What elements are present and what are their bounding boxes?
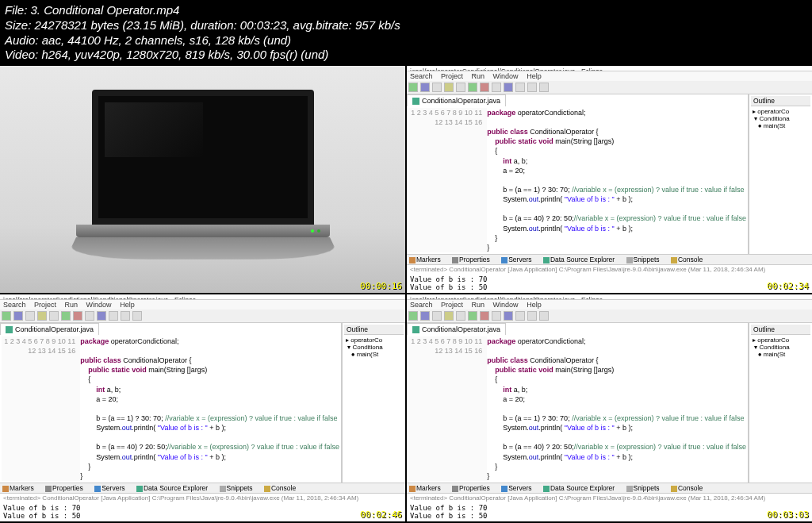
window-title: ional/src/operatorCondictional/Condition… [407, 66, 812, 71]
size-line: Size: 24278321 bytes (23.15 MiB), durati… [5, 18, 807, 33]
editor-tab[interactable]: ConditionalOperator.java [407, 323, 506, 335]
console-output: Value of b is : 70 Value of b is : 50 [0, 502, 405, 521]
editor-area[interactable]: ConditionalOperator.java 1 2 3 4 5 6 7 8… [0, 323, 342, 483]
menu-help[interactable]: Help [527, 72, 542, 80]
outline-title: Outline [751, 325, 810, 335]
menu-help[interactable]: Help [120, 301, 135, 309]
eclipse-ide: ional/src/operatorCondictional/Condition… [0, 294, 405, 521]
menu-run[interactable]: Run [65, 301, 79, 309]
file-info-header: File: 3. Conditional Operator.mp4 Size: … [0, 0, 812, 66]
thumbnail-grid: 00:00:16 ional/src/operatorCondictional/… [0, 66, 812, 521]
editor-area[interactable]: ConditionalOperator.java 1 2 3 4 5 6 7 8… [407, 323, 749, 483]
audio-line: Audio: aac, 44100 Hz, 2 channels, s16, 1… [5, 33, 807, 48]
menu-search[interactable]: Search [410, 72, 433, 80]
thumbnail-3: ional/src/operatorCondictional/Condition… [0, 294, 405, 521]
toolbar[interactable] [0, 310, 405, 323]
editor-tab[interactable]: ConditionalOperator.java [407, 94, 506, 106]
console-area[interactable]: Markers Properties Servers Data Source E… [407, 254, 812, 293]
console-tabs: Markers Properties Servers Data Source E… [407, 255, 812, 265]
menu-run[interactable]: Run [472, 72, 485, 80]
outline-view[interactable]: Outline ▸ operatorCo ▾ Conditiona ● main… [342, 323, 405, 483]
menu-search[interactable]: Search [3, 301, 26, 309]
menu-window[interactable]: Window [493, 72, 519, 80]
menu-project[interactable]: Project [34, 301, 56, 309]
outline-title: Outline [344, 325, 404, 335]
console-process-info: <terminated> ConditionalOperator [Java A… [407, 265, 812, 274]
toolbar[interactable] [407, 81, 812, 94]
window-title: ional/src/operatorCondictional/Condition… [407, 294, 812, 300]
code-content[interactable]: package operatorCondictional; public cla… [487, 108, 746, 252]
outline-view[interactable]: Outline ▸ operatorCo ▾ Conditiona ● main… [749, 323, 812, 483]
timestamp: 00:00:16 [360, 281, 402, 291]
console-output: Value of b is : 70 Value of b is : 50 [407, 502, 812, 521]
timestamp: 00:02:34 [767, 281, 809, 291]
thumbnail-4: ional/src/operatorCondictional/Condition… [407, 294, 812, 521]
console-process-info: <terminated> ConditionalOperator [Java A… [0, 494, 405, 502]
timestamp: 00:03:03 [767, 510, 809, 520]
editor-area[interactable]: ConditionalOperator.java 1 2 3 4 5 6 7 8… [407, 94, 749, 254]
line-gutter: 1 2 3 4 5 6 7 8 9 10 11 12 13 14 15 16 [2, 336, 80, 481]
console-area[interactable]: Markers Properties Servers Data Source E… [0, 483, 405, 521]
console-output: Value of b is : 70 Value of b is : 50 [407, 274, 812, 293]
timestamp: 00:02:46 [360, 510, 402, 520]
laptop-graphic [76, 90, 330, 269]
window-title: ional/src/operatorCondictional/Condition… [0, 294, 405, 300]
eclipse-ide: ional/src/operatorCondictional/Condition… [407, 66, 812, 293]
menu-search[interactable]: Search [410, 301, 433, 309]
line-gutter: 1 2 3 4 5 6 7 8 9 10 11 12 13 14 15 16 [408, 108, 487, 252]
console-tabs: Markers Properties Servers Data Source E… [0, 483, 405, 494]
menubar[interactable]: Search Project Run Window Help [407, 300, 812, 310]
menubar[interactable]: Search Project Run Window Help [0, 300, 405, 310]
menu-window[interactable]: Window [493, 301, 519, 309]
video-line: Video: h264, yuv420p, 1280x720, 819 kb/s… [5, 48, 807, 63]
thumbnail-2: ional/src/operatorCondictional/Condition… [407, 66, 812, 293]
thumbnail-1: 00:00:16 [0, 66, 405, 293]
line-gutter: 1 2 3 4 5 6 7 8 9 10 11 12 13 14 15 16 [408, 336, 487, 481]
outline-view[interactable]: Outline ▸ operatorCo ▾ Conditiona ● main… [749, 94, 812, 254]
outline-title: Outline [751, 96, 810, 106]
console-area[interactable]: Markers Properties Servers Data Source E… [407, 483, 812, 521]
menubar[interactable]: Search Project Run Window Help [407, 71, 812, 81]
menu-window[interactable]: Window [86, 301, 112, 309]
menu-run[interactable]: Run [472, 301, 485, 309]
code-content[interactable]: package operatorCondictional; public cla… [487, 336, 746, 481]
console-tabs: Markers Properties Servers Data Source E… [407, 483, 812, 494]
menu-project[interactable]: Project [441, 72, 463, 80]
code-content[interactable]: package operatorCondictional; public cla… [80, 336, 339, 481]
console-process-info: <terminated> ConditionalOperator [Java A… [407, 494, 812, 502]
file-line: File: 3. Conditional Operator.mp4 [5, 3, 807, 18]
menu-project[interactable]: Project [441, 301, 463, 309]
menu-help[interactable]: Help [527, 301, 542, 309]
editor-tab[interactable]: ConditionalOperator.java [0, 323, 99, 335]
toolbar[interactable] [407, 310, 812, 323]
eclipse-ide: ional/src/operatorCondictional/Condition… [407, 294, 812, 521]
